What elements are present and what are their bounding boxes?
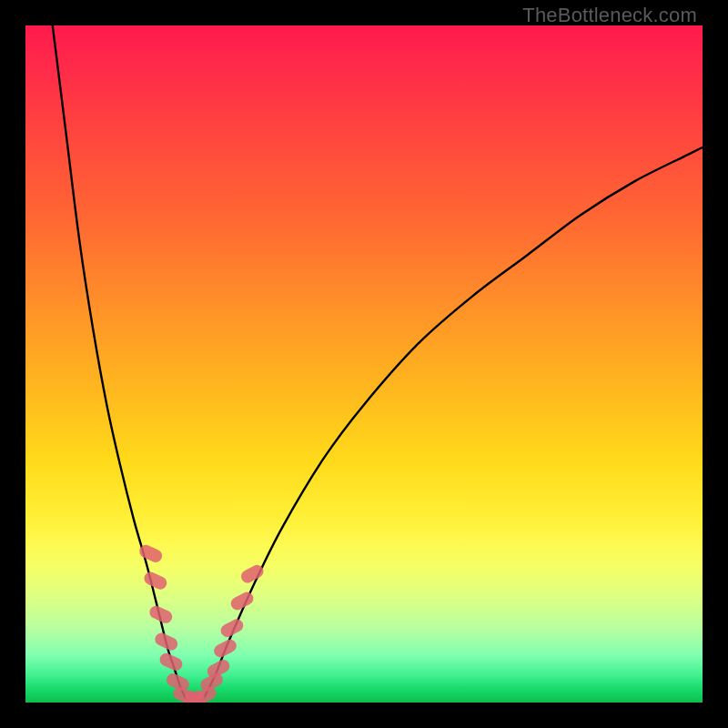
- marker-point: [153, 631, 179, 652]
- marker-point: [157, 652, 184, 673]
- chart-svg: [25, 25, 703, 703]
- plot-area: [25, 25, 703, 703]
- chart-frame: [25, 25, 703, 703]
- curve-layer: [53, 25, 703, 703]
- series-right-curve: [201, 147, 703, 703]
- marker-point: [212, 637, 239, 660]
- marker-point: [142, 570, 168, 592]
- marker-layer: [137, 542, 266, 703]
- watermark: TheBottleneck.com: [522, 4, 697, 27]
- series-left-curve: [53, 25, 188, 703]
